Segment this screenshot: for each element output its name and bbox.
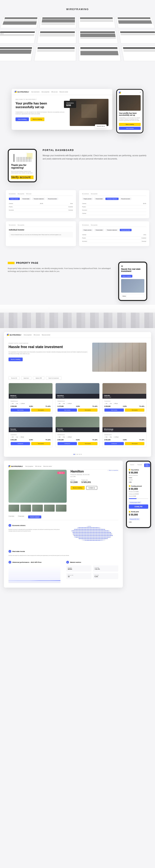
thumbnail[interactable]: [44, 505, 55, 512]
dash-filter[interactable]: Financial details: [94, 229, 104, 231]
dash-tab[interactable]: My investments: [9, 193, 16, 194]
book-meeting-button[interactable]: Book a meeting: [8, 358, 23, 361]
mobile-hero-heading: Hassle free real state investment: [121, 268, 144, 272]
dash-filter[interactable]: Financial details: [21, 198, 31, 200]
tab-financials[interactable]: Financials: [18, 516, 24, 518]
wireframe-card: [0, 30, 37, 43]
invest-button[interactable]: Start investing: [58, 408, 77, 412]
view-property-button[interactable]: View property: [125, 442, 144, 445]
dash-tab[interactable]: My investments: [82, 224, 89, 225]
property-card[interactable]: Oakville63 Speers RoadCondominium⬚ 2bd⬚ …: [102, 383, 147, 414]
thumbnail[interactable]: [8, 505, 19, 512]
view-property-button[interactable]: View property: [78, 442, 97, 445]
menu-icon[interactable]: ≡: [140, 92, 141, 94]
view-property-button[interactable]: View property: [125, 408, 144, 412]
dash-filter[interactable]: Transaction statements: [105, 198, 119, 200]
mobile-property-card[interactable]: Welland: [121, 294, 144, 298]
wireframe-card: [37, 30, 76, 43]
ms-tab[interactable]: Financials: [136, 464, 143, 467]
property-title: PROPERTY PAGE: [8, 261, 113, 264]
ms-tab[interactable]: Market analysis: [144, 464, 150, 467]
nav-item[interactable]: My investments: [31, 91, 39, 92]
contact-button[interactable]: Contact us: [86, 486, 97, 490]
dash-tab[interactable]: View properties: [18, 224, 24, 225]
dash-filter[interactable]: Financial details: [94, 198, 104, 200]
profile-heading: Your profile has been successfully set u…: [16, 101, 66, 109]
nav-item[interactable]: View properties: [41, 91, 50, 92]
book-meeting-button[interactable]: Book a meeting: [30, 118, 44, 121]
hero-desc: Our proprietary AI sourcing model scours…: [8, 351, 88, 355]
dash-filter[interactable]: Transaction statements: [105, 229, 119, 231]
hist-title: Historical performance – MLS HPI Price: [12, 561, 41, 563]
dash-filter[interactable]: Transaction statements: [32, 198, 45, 200]
wireframe-card: [39, 17, 76, 28]
filter-chip[interactable]: Open for investment: [46, 376, 61, 380]
mobile-sidebar-mockup: Overview Financials Market analysis Key …: [126, 461, 151, 528]
dash-tab[interactable]: View properties: [91, 224, 97, 225]
investor-desc: To be an Individual Investor you must me…: [9, 232, 73, 238]
ms-yield-label: Rental yield: [129, 511, 148, 513]
book-meeting-button[interactable]: Book a meeting: [70, 486, 85, 490]
dash-filter[interactable]: Personal documents: [120, 229, 132, 231]
dash-tab[interactable]: View properties: [91, 193, 97, 194]
back-link[interactable]: ← Back to properties: [107, 470, 118, 471]
menu-icon[interactable]: ≡: [121, 265, 123, 268]
property-card[interactable]: Toronto100 King StreetCondominium⬚ 1bd⬚ …: [8, 416, 53, 447]
logo[interactable]: BUYPROPERLY: [15, 91, 29, 93]
view-property-button[interactable]: View property: [31, 408, 51, 412]
filter-chip[interactable]: Apartment: [21, 376, 32, 380]
thumbnail[interactable]: [56, 505, 66, 512]
dash-tab[interactable]: Who we are: [26, 193, 31, 194]
property-card[interactable]: Mississauga700 Erin Court StreetDetached…: [102, 416, 147, 447]
thumbnail[interactable]: [32, 505, 43, 512]
dash-tab[interactable]: My investments: [9, 224, 16, 225]
ms-metrics-label: Key metrics: [129, 469, 148, 470]
invest-button[interactable]: Coming soon: [58, 442, 77, 445]
tab-overview[interactable]: Overview: [8, 516, 14, 518]
view-property-button[interactable]: View property: [31, 442, 51, 445]
invest-button[interactable]: Start investing: [11, 408, 30, 412]
detail-meta: ◉ LX_2908: [70, 476, 118, 477]
econ-desc: Hamilton's economy is diversified with s…: [8, 529, 60, 532]
nav-item[interactable]: Who we are: [33, 334, 40, 336]
filter-chip[interactable]: Highest IRR: [33, 376, 44, 380]
view-property-button[interactable]: View property: [78, 408, 97, 412]
property-card[interactable]: Hamilton38 Barton StreetDetached house⬚ …: [55, 383, 100, 414]
nav-item[interactable]: View properties: [25, 466, 33, 467]
portal-section: Thank you for registering! Now you can s…: [0, 141, 155, 190]
logo[interactable]: BUYPROPERLY: [7, 334, 21, 336]
view-investing-button[interactable]: View investing: [16, 118, 29, 121]
mobile-book-button[interactable]: Book a meeting: [121, 275, 132, 278]
filter-chip[interactable]: Toronto,ON: [8, 376, 20, 380]
funding-total: $ 649,700: [129, 504, 148, 509]
thumbnail[interactable]: [20, 505, 31, 512]
invest-button[interactable]: Coming soon: [104, 442, 124, 445]
verify-account-button[interactable]: Verify account: [11, 176, 33, 179]
mobile-view-button[interactable]: View investing: [119, 127, 141, 130]
tab-market[interactable]: Market analysis: [28, 516, 41, 518]
nav-item[interactable]: Resource center: [43, 466, 52, 467]
property-mobile-mockup: ≡ Hassle free real state investment Book…: [118, 261, 147, 301]
dash-tab[interactable]: View properties: [18, 193, 24, 194]
dash-tab[interactable]: My investments: [82, 193, 89, 194]
dash-filter[interactable]: Property overview: [9, 198, 20, 200]
nav-item[interactable]: Who we are: [35, 466, 41, 467]
mobile-book-button[interactable]: Book a meeting: [119, 123, 141, 126]
mobile-mockup: ≡ Your profile has been successfully set…: [116, 89, 143, 133]
pagination[interactable]: [4, 452, 151, 457]
nav-item[interactable]: Resource center: [60, 91, 68, 92]
nav-item[interactable]: Resource center: [42, 334, 50, 336]
ms-tab[interactable]: Overview: [129, 464, 135, 467]
invest-button[interactable]: Start investing: [104, 408, 124, 412]
invest-button[interactable]: Coming soon: [11, 442, 30, 445]
property-card[interactable]: Toronto24 Shaw StreetDetached house⬚ 3bd…: [55, 416, 100, 447]
dash-filter[interactable]: Property overview: [82, 198, 93, 200]
dash-filter[interactable]: Property overview: [82, 229, 93, 231]
metric-box: Avg price$650k: [66, 565, 91, 571]
dash-filter[interactable]: Personal documents: [46, 198, 59, 200]
logo[interactable]: BUYPROPERLY: [8, 465, 23, 467]
property-card[interactable]: Welland15 Maple StreetDetached house⬚ 2b…: [8, 383, 53, 414]
nav-item[interactable]: View properties: [24, 334, 32, 336]
nav-item[interactable]: Who we are: [51, 91, 58, 92]
dash-filter[interactable]: Personal documents: [120, 198, 132, 200]
